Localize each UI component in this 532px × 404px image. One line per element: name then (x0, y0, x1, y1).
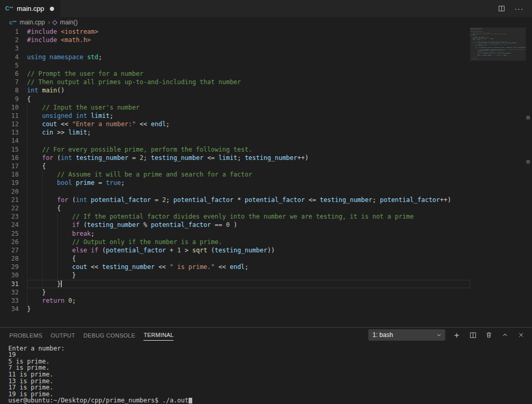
code-line[interactable]: 3 (0, 44, 470, 52)
breadcrumb-symbol[interactable]: main() (60, 19, 77, 26)
line-number[interactable]: 25 (0, 230, 19, 238)
code-line[interactable]: 11 unsigned int limit; (0, 112, 470, 120)
code-line[interactable]: 24 if (testing_number % potential_factor… (0, 221, 470, 229)
code-line[interactable]: 26 // Output only if the number is a pri… (0, 238, 470, 246)
line-number[interactable]: 10 (0, 103, 19, 112)
code-line[interactable]: 14 (0, 137, 470, 145)
code-line[interactable]: 2#include <math.h> (0, 36, 470, 44)
line-number[interactable]: 5 (0, 61, 19, 70)
code-line[interactable]: 16 for (int testing_number = 2; testing_… (0, 154, 470, 162)
code-line[interactable]: 12 cout << "Enter a number:" << endl; (0, 120, 470, 128)
line-number[interactable]: 9 (0, 95, 19, 103)
code-line[interactable]: 1#include <iostream> (0, 28, 470, 36)
code-line[interactable]: 18 // Assume it will be a prime and sear… (0, 170, 470, 179)
code-line[interactable]: 21 for (int potential_factor = 2; potent… (0, 196, 470, 204)
code-line[interactable]: 9{ (0, 95, 470, 103)
code-line[interactable]: 31 } (0, 280, 470, 288)
line-number[interactable]: 33 (0, 297, 19, 305)
modified-dot-icon[interactable] (50, 7, 54, 11)
tab-output[interactable]: OUTPUT (51, 330, 75, 341)
line-number[interactable]: 30 (0, 271, 19, 279)
code-line[interactable]: 25 break; (0, 230, 470, 238)
line-number[interactable]: 8 (0, 86, 19, 95)
line-number[interactable]: 11 (0, 112, 19, 120)
tab-debug-console[interactable]: DEBUG CONSOLE (84, 330, 136, 341)
code-line[interactable]: 20 (0, 187, 470, 196)
line-number[interactable]: 3 (0, 44, 19, 52)
breadcrumb-file[interactable]: main.cpp (20, 19, 45, 26)
code-line[interactable]: 17 { (0, 162, 470, 170)
line-number[interactable]: 31 (0, 280, 19, 288)
terminal-select-value: 1: bash (373, 331, 393, 339)
line-number[interactable]: 15 (0, 145, 19, 154)
line-number[interactable]: 14 (0, 137, 19, 145)
line-number[interactable]: 12 (0, 120, 19, 128)
tab-terminal[interactable]: TERMINAL (143, 329, 174, 341)
minimap[interactable]: #include <iostream>#include <math.h>usin… (470, 28, 526, 61)
code-line[interactable]: 15 // For every possible prime, perform … (0, 145, 470, 154)
code-line[interactable]: 8int main() (0, 86, 470, 95)
code-line[interactable]: 4using namespace std; (0, 53, 470, 61)
split-terminal-icon[interactable] (468, 330, 477, 340)
code-line[interactable]: 19 bool prime = true; (0, 179, 470, 187)
line-number[interactable]: 34 (0, 305, 19, 313)
code-editor[interactable]: 1#include <iostream>2#include <math.h>34… (0, 28, 532, 327)
line-number[interactable]: 23 (0, 212, 19, 221)
overview-ruler-mark (526, 160, 530, 164)
new-terminal-icon[interactable]: + (452, 330, 461, 340)
close-panel-icon[interactable] (516, 330, 526, 340)
code-line[interactable]: 5 (0, 61, 470, 70)
code-line[interactable]: 7// Then output all primes up-to-and-inc… (0, 78, 470, 86)
code-line[interactable]: 6// Prompt the user for a number (0, 70, 470, 78)
code-line[interactable]: 27 else if (potential_factor + 1 > sqrt … (0, 246, 470, 254)
line-number[interactable]: 19 (0, 179, 19, 187)
tab-main-cpp[interactable]: C++ main.cpp (0, 0, 60, 17)
terminal-output[interactable]: Enter a number:195 is prime.7 is prime.1… (0, 343, 532, 404)
code-line[interactable]: 13 cin >> limit; (0, 128, 470, 137)
maximize-panel-icon[interactable] (500, 330, 510, 340)
line-number[interactable]: 4 (0, 53, 19, 61)
overview-ruler-mark (526, 116, 530, 119)
line-number[interactable]: 18 (0, 170, 19, 179)
code-line[interactable]: 22 { (0, 204, 470, 212)
code-line[interactable]: 32 } (0, 288, 470, 297)
more-actions-icon[interactable]: ··· (514, 4, 524, 14)
code-line[interactable]: 34} (0, 305, 470, 313)
line-number[interactable]: 1 (0, 28, 19, 36)
terminal-prompt-line: user@ubuntu:~/Desktop/cpp/prime_numbers$… (8, 397, 532, 404)
terminal-select[interactable]: 1: bash (368, 329, 445, 341)
line-number[interactable]: 21 (0, 196, 19, 204)
code-line[interactable]: 33 return 0; (0, 297, 470, 305)
cpp-file-icon: C++ (9, 20, 17, 25)
line-number[interactable]: 17 (0, 162, 19, 170)
line-number[interactable]: 24 (0, 221, 19, 229)
line-number[interactable]: 7 (0, 78, 19, 86)
line-number[interactable]: 28 (0, 254, 19, 263)
code-line[interactable]: 10 // Input the user's number (0, 103, 470, 112)
line-number[interactable]: 32 (0, 288, 19, 297)
tabbar-actions: ··· (497, 0, 532, 17)
code-line[interactable]: 30 } (0, 271, 470, 279)
vscode-window: C++ main.cpp ··· C++ main.cpp › main() 1… (0, 0, 532, 404)
code-line[interactable]: 23 // If the potential factor divides ev… (0, 212, 470, 221)
terminal-line: 17 is prime. (8, 384, 532, 391)
line-number[interactable]: 20 (0, 187, 19, 196)
terminal-line: 13 is prime. (8, 378, 532, 385)
tab-filename: main.cpp (17, 5, 44, 12)
line-number[interactable]: 6 (0, 70, 19, 78)
split-editor-icon[interactable] (497, 4, 506, 14)
line-number[interactable]: 2 (0, 36, 19, 44)
tab-problems[interactable]: PROBLEMS (9, 330, 43, 341)
line-number[interactable]: 13 (0, 128, 19, 137)
line-number[interactable]: 26 (0, 238, 19, 246)
line-number[interactable]: 16 (0, 154, 19, 162)
code-lines[interactable]: 1#include <iostream>2#include <math.h>34… (0, 28, 470, 313)
line-number[interactable]: 29 (0, 263, 19, 271)
code-line[interactable]: 29 cout << testing_number << " is prime.… (0, 263, 470, 271)
editor-tab-bar: C++ main.cpp ··· (0, 0, 532, 17)
text-cursor (61, 280, 62, 287)
code-line[interactable]: 28 { (0, 254, 470, 263)
line-number[interactable]: 22 (0, 204, 19, 212)
kill-terminal-trash-icon[interactable] (484, 330, 494, 340)
line-number[interactable]: 27 (0, 246, 19, 254)
